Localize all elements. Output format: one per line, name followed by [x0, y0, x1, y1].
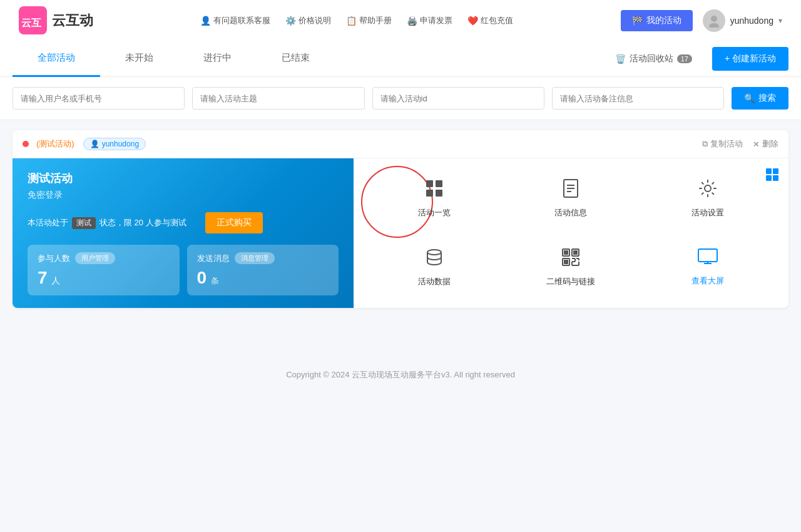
action-settings[interactable]: 活动设置 — [640, 165, 776, 233]
recycle-icon: 🗑️ — [615, 54, 626, 64]
copy-icon: ⧉ — [702, 139, 708, 149]
action-bigscreen[interactable]: 查看大屏 — [640, 233, 776, 302]
header: 云互 云互动 👤 有问题联系客服 ⚙️ 价格说明 📋 帮助手册 🖨️ 申请发票 … — [0, 0, 801, 41]
svg-rect-21 — [574, 251, 577, 254]
message-management-button[interactable]: 消息管理 — [235, 252, 275, 264]
book-icon: 📋 — [346, 16, 357, 26]
user-avatar-icon — [707, 14, 721, 28]
svg-point-17 — [427, 250, 441, 255]
svg-rect-8 — [426, 180, 433, 187]
gear-small-icon: ⚙️ — [285, 16, 296, 26]
printer-icon: 🖨️ — [407, 16, 417, 26]
heart-icon: ❤️ — [467, 16, 478, 26]
activity-row-actions: ⧉ 复制活动 ✕ 删除 — [702, 138, 778, 150]
action-bigscreen-label: 查看大屏 — [691, 275, 724, 287]
action-overview-label: 活动一览 — [418, 207, 451, 218]
nav-recharge[interactable]: ❤️ 红包充值 — [467, 15, 513, 26]
user-tag-icon: 👤 — [90, 140, 99, 148]
logo-text: 云互动 — [52, 11, 93, 30]
action-data[interactable]: 活动数据 — [366, 233, 503, 302]
search-note-input[interactable] — [552, 87, 724, 110]
stat-participants-label: 参与人数 用户管理 — [38, 252, 170, 264]
stat-messages: 发送消息 消息管理 0 条 — [187, 245, 339, 295]
action-overview[interactable]: 活动一览 — [366, 165, 503, 233]
stat-messages-value: 0 条 — [197, 268, 329, 288]
tab-not-started[interactable]: 未开始 — [100, 41, 178, 77]
qr-icon — [561, 248, 580, 271]
search-button[interactable]: 🔍 搜索 — [732, 87, 788, 110]
svg-rect-23 — [564, 260, 568, 263]
svg-point-3 — [709, 23, 719, 28]
recycle-count: 17 — [677, 54, 692, 63]
activity-subtitle: 免密登录 — [28, 190, 339, 201]
activity-status-text: 本活动处于 测试 状态，限 20 人参与测试 正式购买 — [28, 212, 339, 233]
footer: Copyright © 2024 云互动现场互动服务平台v3. All righ… — [0, 350, 801, 399]
buy-button[interactable]: 正式购买 — [205, 212, 263, 233]
grid-icon — [425, 179, 444, 202]
copy-activity-button[interactable]: ⧉ 复制活动 — [702, 138, 743, 150]
tab-all[interactable]: 全部活动 — [13, 41, 100, 77]
svg-rect-11 — [436, 190, 442, 197]
svg-point-16 — [705, 185, 711, 192]
search-theme-input[interactable] — [192, 87, 364, 110]
user-management-button[interactable]: 用户管理 — [75, 252, 115, 264]
header-right: 🏁 我的活动 yunhudong ▾ — [621, 9, 782, 32]
grid-view-button[interactable] — [762, 165, 782, 188]
activity-title: 测试活动 — [28, 171, 339, 186]
create-activity-button[interactable]: + 创建新活动 — [712, 47, 788, 71]
tab-ended[interactable]: 已结束 — [257, 41, 335, 77]
nav-support[interactable]: 👤 有问题联系客服 — [200, 15, 270, 26]
dropdown-icon: ▾ — [778, 16, 782, 25]
svg-rect-32 — [698, 249, 717, 262]
activity-name-link[interactable]: (测试活动) — [36, 138, 74, 150]
stat-messages-label: 发送消息 消息管理 — [197, 252, 329, 264]
logo-icon: 云互 — [19, 6, 47, 34]
tab-in-progress[interactable]: 进行中 — [178, 41, 257, 77]
flag-icon: 🏁 — [632, 16, 643, 26]
delete-activity-button[interactable]: ✕ 删除 — [753, 138, 778, 150]
nav-invoice[interactable]: 🖨️ 申请发票 — [407, 15, 452, 26]
activity-row-info: (测试活动) 👤 yunhudong — [23, 138, 146, 150]
user-info[interactable]: yunhudong ▾ — [703, 9, 782, 32]
activity-list: (测试活动) 👤 yunhudong ⧉ 复制活动 ✕ 删除 — [0, 120, 801, 325]
username: yunhudong — [730, 16, 773, 26]
gear-icon — [698, 179, 717, 202]
user-tag: 👤 yunhudong — [83, 138, 146, 150]
nav-help[interactable]: 📋 帮助手册 — [346, 15, 392, 26]
status-badge: 测试 — [72, 217, 96, 229]
svg-rect-9 — [436, 180, 442, 187]
action-qrcode-label: 二维码与链接 — [546, 276, 595, 287]
action-settings-label: 活动设置 — [691, 207, 724, 218]
action-data-label: 活动数据 — [418, 276, 451, 287]
search-bar: 🔍 搜索 — [0, 77, 801, 120]
stat-participants: 参与人数 用户管理 7 人 — [28, 245, 180, 295]
search-icon: 🔍 — [744, 93, 755, 103]
recycle-bin[interactable]: 🗑️ 活动回收站 17 — [605, 47, 702, 71]
action-info-label: 活动信息 — [554, 207, 587, 218]
svg-rect-4 — [766, 168, 772, 174]
doc-icon — [562, 179, 579, 202]
svg-point-2 — [711, 16, 717, 22]
tabs-bar: 全部活动 未开始 进行中 已结束 🗑️ 活动回收站 17 + 创建新活动 — [0, 41, 801, 77]
monitor-icon — [698, 248, 718, 270]
close-icon: ✕ — [753, 140, 760, 149]
svg-rect-7 — [773, 175, 778, 181]
search-username-input[interactable] — [13, 87, 185, 110]
nav-pricing[interactable]: ⚙️ 价格说明 — [285, 15, 331, 26]
table-row: (测试活动) 👤 yunhudong ⧉ 复制活动 ✕ 删除 — [13, 130, 788, 308]
stats-row: 参与人数 用户管理 7 人 发送消息 — [28, 245, 339, 295]
action-info[interactable]: 活动信息 — [503, 165, 639, 233]
activity-row-header: (测试活动) 👤 yunhudong ⧉ 复制活动 ✕ 删除 — [13, 130, 788, 158]
svg-rect-5 — [773, 168, 778, 174]
search-id-input[interactable] — [372, 87, 544, 110]
action-qrcode[interactable]: 二维码与链接 — [503, 233, 639, 302]
tabs-left: 全部活动 未开始 进行中 已结束 — [13, 41, 605, 76]
person-icon: 👤 — [200, 16, 211, 26]
nav-links: 👤 有问题联系客服 ⚙️ 价格说明 📋 帮助手册 🖨️ 申请发票 ❤️ 红包充值 — [200, 15, 513, 26]
activity-left-panel: 测试活动 免密登录 本活动处于 测试 状态，限 20 人参与测试 正式购买 参与… — [13, 158, 354, 308]
logo[interactable]: 云互 云互动 — [19, 6, 93, 34]
activity-content: 测试活动 免密登录 本活动处于 测试 状态，限 20 人参与测试 正式购买 参与… — [13, 158, 788, 308]
stat-participants-value: 7 人 — [38, 268, 170, 288]
svg-rect-19 — [564, 251, 568, 254]
my-activities-button[interactable]: 🏁 我的活动 — [621, 10, 693, 31]
